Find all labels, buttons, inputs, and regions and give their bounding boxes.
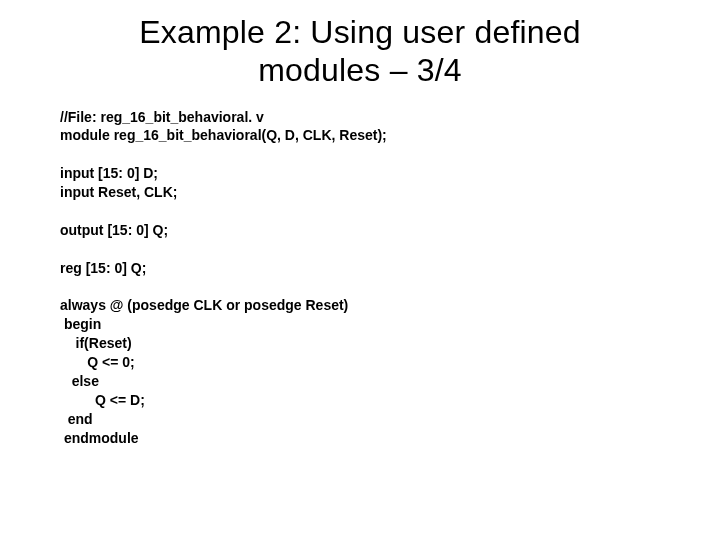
code-block: //File: reg_16_bit_behavioral. v module … (60, 108, 660, 448)
title-line-2: modules – 3/4 (258, 52, 462, 88)
slide: Example 2: Using user defined modules – … (0, 0, 720, 540)
title-line-1: Example 2: Using user defined (139, 14, 581, 50)
slide-title: Example 2: Using user defined modules – … (60, 14, 660, 90)
